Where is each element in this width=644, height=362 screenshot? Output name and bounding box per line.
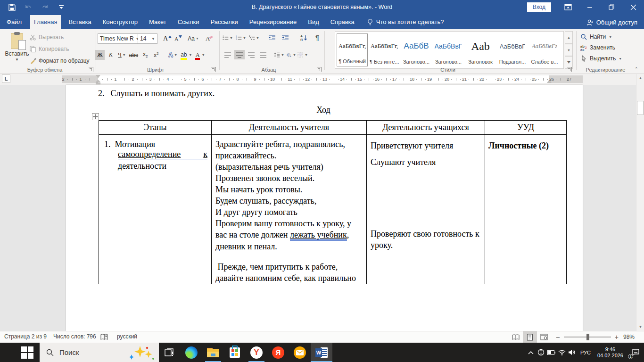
tab-file[interactable]: Файл [0,15,28,29]
language-indicator[interactable]: русский [117,333,137,340]
vertical-scrollbar[interactable]: ▲ ▼ [636,74,644,331]
your-phone-icon[interactable] [536,343,546,362]
redo-icon[interactable] [41,3,49,11]
share-button[interactable]: Общий доступ [586,19,637,26]
show-formatting-marks-button[interactable]: ¶ [312,33,322,42]
volume-icon[interactable] [567,343,578,362]
task-view-button[interactable] [159,343,181,362]
superscript-button[interactable]: x2 [151,50,161,60]
restore-button[interactable] [601,0,622,14]
style-Слабоев[interactable]: АаБбВвГгСлабое в... [529,33,560,66]
align-center-button[interactable] [234,50,245,59]
word-count[interactable]: Число слов: 796 [53,333,96,340]
style-Безинте[interactable]: АаБбВвГг,¶ Без инте... [369,33,400,66]
hanging-indent-marker[interactable] [96,80,100,82]
style-Заголово[interactable]: АаБбВвГЗаголово... [433,33,464,66]
save-icon[interactable] [8,3,16,11]
yandex-icon[interactable]: Я [267,343,289,362]
proofing-icon[interactable] [100,334,108,341]
web-layout-button[interactable] [537,331,551,343]
decrease-indent-button[interactable] [267,33,277,42]
first-line-indent-marker[interactable] [96,75,100,78]
bullets-button[interactable]: ▼ [223,33,233,42]
select-button[interactable]: Выделить▼ [580,55,622,62]
table-move-handle[interactable] [92,113,99,120]
tab-вставка[interactable]: Вставка [65,15,95,29]
tab-справка[interactable]: Справка [327,15,358,29]
justify-button[interactable] [258,50,268,59]
find-button[interactable]: Найти▼ [580,33,622,41]
yandex-browser-icon[interactable]: Y [246,343,267,362]
cut-button[interactable]: Вырезать [30,33,90,41]
text-effects-button[interactable]: А▼ [167,50,178,60]
style-Обычный[interactable]: АаБбВвГг,¶ Обычный [337,33,368,66]
italic-button[interactable]: К [106,50,116,60]
word-taskbar-icon[interactable]: W [311,343,332,362]
underline-button[interactable]: Ч▼ [117,50,127,60]
zoom-level[interactable]: 98% [623,334,644,340]
clipboard-dialog-launcher[interactable] [89,67,93,72]
start-button[interactable] [0,343,40,362]
undo-icon[interactable] [24,3,33,11]
read-mode-button[interactable] [509,331,523,343]
subscript-button[interactable]: x2 [140,50,150,60]
file-explorer-icon[interactable] [202,343,224,362]
page-indicator[interactable]: Страница 2 из 9 [4,333,47,340]
paragraph-dialog-launcher[interactable] [317,67,322,72]
scroll-up-button[interactable]: ▲ [636,74,644,82]
shrink-font-button[interactable]: А [173,33,183,43]
edge-browser-icon[interactable] [181,343,202,362]
clear-formatting-button[interactable]: А [205,33,215,43]
sign-in-button[interactable]: Вход [527,2,551,12]
increase-indent-button[interactable] [280,33,290,42]
bold-button[interactable]: Ж [95,50,105,60]
tell-me-box[interactable]: Что вы хотите сделать? [367,18,444,29]
style-Заголовок[interactable]: АаbЗаголовок [465,33,496,66]
multilevel-list-button[interactable]: ▼ [249,33,259,42]
zoom-slider-handle[interactable] [586,334,589,340]
copy-button[interactable]: Копировать [30,45,90,53]
wifi-icon[interactable] [557,343,567,362]
replace-button[interactable]: abacЗаменить [580,44,622,51]
tab-рецензирование[interactable]: Рецензирование [246,15,300,29]
keyboard-language[interactable]: РУС [580,350,591,355]
battery-icon[interactable] [546,343,557,362]
sort-button[interactable]: АЯ [299,33,309,42]
customize-quick-access-icon[interactable] [57,3,66,11]
scroll-down-button[interactable]: ▼ [636,323,644,331]
left-indent-marker[interactable] [96,82,100,84]
styles-scroll-up[interactable]: ▲ [565,31,573,44]
collapse-ribbon-button[interactable]: ⌃ [635,66,638,72]
tab-ссылки[interactable]: Ссылки [174,15,203,29]
style-Подзагол[interactable]: АаБбВвГПодзагол... [497,33,528,66]
style-Заголово[interactable]: АаБбВЗаголово... [401,33,432,66]
text-highlight-button[interactable]: ab▼ [180,50,193,60]
hidden-icons-chevron[interactable] [526,343,536,362]
paste-button[interactable]: Вставить ▼ [4,32,30,66]
font-size-combo[interactable]: 14▼ [138,33,157,44]
align-left-button[interactable] [223,50,233,59]
align-right-button[interactable] [246,50,256,59]
close-button[interactable] [622,0,644,14]
styles-scroll-down[interactable]: ▼ [565,44,573,57]
zoom-slider[interactable] [564,337,611,337]
shading-button[interactable]: ▼ [286,50,296,59]
minimize-button[interactable] [579,0,601,14]
ribbon-display-options-icon[interactable] [557,0,579,14]
print-layout-button[interactable] [523,331,537,343]
scrollbar-thumb[interactable] [637,101,644,115]
tab-рассылки[interactable]: Рассылки [206,15,241,29]
microsoft-store-icon[interactable] [224,343,246,362]
format-painter-button[interactable]: Формат по образцу [30,57,90,65]
styles-dialog-launcher[interactable] [567,67,572,72]
numbering-button[interactable]: 123▼ [236,33,246,42]
tab-selector[interactable]: L [2,74,10,83]
yandex-mail-icon[interactable] [289,343,311,362]
change-case-button[interactable]: Аа▼ [187,33,200,43]
taskbar-clock[interactable]: 9:4604.02.2026 [597,346,623,359]
tab-макет[interactable]: Макет [145,15,170,29]
font-color-button[interactable]: А▼ [194,50,206,60]
grow-font-button[interactable]: А [162,33,173,43]
strikethrough-button[interactable]: abc [128,50,139,60]
action-center-icon[interactable]: 1 [627,343,644,362]
